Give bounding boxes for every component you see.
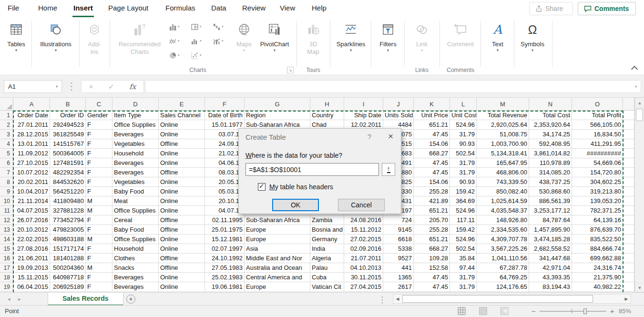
- cell-I13[interactable]: 15.11.2012: [344, 225, 383, 235]
- cell-B2[interactable]: 292494523: [50, 120, 86, 130]
- vertical-scrollbar-thumb[interactable]: [636, 109, 643, 121]
- confirm-entry-icon[interactable]: ✓: [108, 82, 114, 91]
- cell-K17[interactable]: 152.58: [414, 263, 450, 273]
- insert-combo-chart-button[interactable]: ▾: [213, 35, 230, 47]
- cell-filler[interactable]: [623, 282, 634, 292]
- cell-B15[interactable]: 151717174: [50, 244, 86, 254]
- cell-O15[interactable]: 884,666.74: [572, 244, 623, 254]
- vertical-scrollbar[interactable]: ▲ ▼: [634, 98, 644, 292]
- cell-J15[interactable]: 5338: [383, 244, 414, 254]
- cell-N5[interactable]: 3,861,014.82: [529, 149, 572, 158]
- sheet-nav-right-icon[interactable]: ▸: [18, 293, 21, 306]
- cell-O5[interactable]: ##########: [572, 149, 623, 158]
- cell-M3[interactable]: 51,008.75: [477, 130, 529, 139]
- cell-M4[interactable]: 1,003,700.90: [477, 139, 529, 149]
- cell-filler[interactable]: [623, 139, 634, 149]
- cell-H12[interactable]: Zambia: [310, 215, 344, 225]
- cell-F14[interactable]: 15.12.1981: [205, 235, 245, 244]
- cell-L16[interactable]: 35.84: [450, 254, 477, 263]
- cell-D1[interactable]: Item Type: [112, 111, 159, 120]
- cell-M15[interactable]: 3,567,225.26: [477, 244, 529, 254]
- cell-filler[interactable]: [623, 225, 634, 235]
- cell-filler[interactable]: [623, 111, 634, 120]
- cell-G16[interactable]: Middle East and Nor: [245, 254, 310, 263]
- tab-page-layout[interactable]: Page Layout: [107, 0, 149, 17]
- column-header-D[interactable]: D: [112, 98, 159, 111]
- cell-D8[interactable]: Vegetables: [112, 177, 159, 187]
- cell-N16[interactable]: 341,447.68: [529, 254, 572, 263]
- cell-D16[interactable]: Clothes: [112, 254, 159, 263]
- column-header-J[interactable]: J: [383, 98, 414, 111]
- cell-H15[interactable]: India: [310, 244, 344, 254]
- cell-B10[interactable]: 411809480: [50, 196, 86, 206]
- cell-K6[interactable]: 47.45: [414, 158, 450, 168]
- cell-K4[interactable]: 154.06: [414, 139, 450, 149]
- cell-M17[interactable]: 67,287.78: [477, 263, 529, 273]
- cell-L6[interactable]: 31.79: [450, 158, 477, 168]
- insert-hierarchy-chart-button[interactable]: ▾: [191, 21, 208, 32]
- cell-J19[interactable]: 2617: [383, 282, 414, 292]
- filters-button[interactable]: Filters ▾: [375, 18, 401, 72]
- row-header-16[interactable]: 16: [0, 254, 13, 263]
- cell-H18[interactable]: Cuba: [310, 273, 344, 282]
- cell-E6[interactable]: Online: [159, 158, 205, 168]
- cell-C1[interactable]: Gender: [86, 111, 112, 120]
- cell-K14[interactable]: 651.21: [414, 235, 450, 244]
- cell-E7[interactable]: Offline: [159, 168, 205, 177]
- cell-filler[interactable]: [623, 177, 634, 187]
- cell-M9[interactable]: 850,082.40: [477, 187, 529, 196]
- cell-M13[interactable]: 2,334,535.60: [477, 225, 529, 235]
- cell-F16[interactable]: 24.10.1992: [205, 254, 245, 263]
- cell-J18[interactable]: 1365: [383, 273, 414, 282]
- cell-O16[interactable]: 699,662.88: [572, 254, 623, 263]
- cell-C5[interactable]: F: [86, 149, 112, 158]
- insert-scatter-chart-button[interactable]: ▾: [191, 50, 208, 61]
- cell-B5[interactable]: 500364005: [50, 149, 86, 158]
- cell-N14[interactable]: 3,474,185.28: [529, 235, 572, 244]
- cell-L13[interactable]: 159.42: [450, 225, 477, 235]
- cell-O9[interactable]: 319,213.80: [572, 187, 623, 196]
- comments-button[interactable]: Comments: [578, 2, 636, 15]
- cell-A5[interactable]: 11.09.2012: [13, 149, 50, 158]
- cell-A1[interactable]: Order Date: [13, 111, 50, 120]
- cell-B6[interactable]: 127481591: [50, 158, 86, 168]
- cell-K8[interactable]: 154.06: [414, 177, 450, 187]
- insert-line-chart-button[interactable]: ▾: [169, 35, 186, 47]
- link-button[interactable]: Link ▾: [408, 18, 436, 72]
- row-header-8[interactable]: 8: [0, 177, 13, 187]
- cell-D2[interactable]: Office Supplies: [112, 120, 159, 130]
- cell-A11[interactable]: 04.07.2015: [13, 206, 50, 215]
- cell-D4[interactable]: Vegetables: [112, 139, 159, 149]
- row-header-5[interactable]: 5: [0, 149, 13, 158]
- cell-C4[interactable]: F: [86, 139, 112, 149]
- cell-E8[interactable]: Online: [159, 177, 205, 187]
- row-header-1[interactable]: 1: [0, 111, 13, 120]
- cell-J1[interactable]: Units Sold: [383, 111, 414, 120]
- cell-D7[interactable]: Beverages: [112, 168, 159, 177]
- cell-E11[interactable]: Online: [159, 206, 205, 215]
- tab-view[interactable]: View: [279, 0, 296, 17]
- cancel-button[interactable]: Cancel: [338, 199, 385, 211]
- column-header-F[interactable]: F: [205, 98, 245, 111]
- cell-K19[interactable]: 47.45: [414, 282, 450, 292]
- cell-E16[interactable]: Offline: [159, 254, 205, 263]
- cell-B4[interactable]: 141515767: [50, 139, 86, 149]
- insert-waterfall-chart-button[interactable]: ▾: [213, 21, 230, 32]
- row-header-13[interactable]: 13: [0, 225, 13, 235]
- cell-O13[interactable]: 876,639.70: [572, 225, 623, 235]
- zoom-slider-thumb[interactable]: [583, 308, 587, 314]
- cell-E19[interactable]: Online: [159, 282, 205, 292]
- cell-L10[interactable]: 364.69: [450, 196, 477, 206]
- table-range-input[interactable]: [245, 163, 379, 176]
- row-header-12[interactable]: 12: [0, 215, 13, 225]
- zoom-in-icon[interactable]: +: [610, 307, 614, 315]
- cell-filler[interactable]: [623, 149, 634, 158]
- normal-view-icon[interactable]: [458, 307, 466, 315]
- collapse-dialog-button[interactable]: ↑: [382, 163, 395, 176]
- cell-G1[interactable]: Region: [245, 111, 310, 120]
- cell-N15[interactable]: 2,682,558.52: [529, 244, 572, 254]
- cell-filler[interactable]: [623, 206, 634, 215]
- cell-filler[interactable]: [623, 130, 634, 139]
- cell-O8[interactable]: 304,602.25: [572, 177, 623, 187]
- row-header-14[interactable]: 14: [0, 235, 13, 244]
